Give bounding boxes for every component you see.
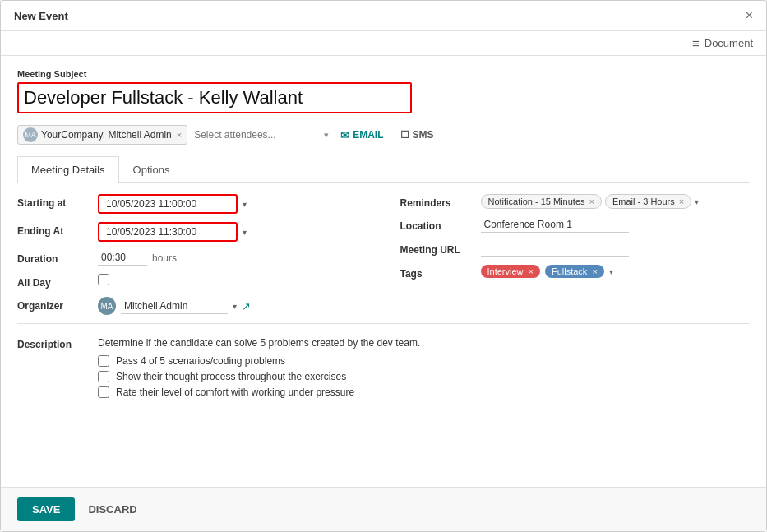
document-label: Document xyxy=(705,37,753,49)
sms-icon: ☐ xyxy=(400,129,409,141)
starting-at-dropdown[interactable]: ▾ xyxy=(243,200,247,209)
duration-input[interactable] xyxy=(98,250,147,266)
attendee-name: YourCompany, Mitchell Admin xyxy=(41,129,172,141)
ending-at-input[interactable] xyxy=(98,222,238,242)
all-day-row: All Day xyxy=(17,274,367,289)
checklist-item-3: Rate their level of comfort with working… xyxy=(98,386,750,398)
left-section: Starting at ▾ Ending At ▾ Dura xyxy=(17,194,367,315)
sms-button[interactable]: ☐ SMS xyxy=(395,127,439,142)
all-day-value xyxy=(98,274,367,285)
tag-fullstack: Fullstack × xyxy=(545,265,604,278)
new-event-modal: New Event × ≡ Document Meeting Subject M… xyxy=(0,0,767,532)
organizer-external-link[interactable]: ↗ xyxy=(242,300,251,312)
checklist-checkbox-2[interactable] xyxy=(98,371,109,382)
tag-interview-text: Interview xyxy=(487,266,524,276)
checklist-checkbox-3[interactable] xyxy=(98,386,109,398)
right-section: Reminders Notification - 15 Minutes × Em… xyxy=(400,194,751,315)
checklist-checkbox-1[interactable] xyxy=(98,355,109,367)
duration-label: Duration xyxy=(17,250,91,265)
save-button[interactable]: SAVE xyxy=(17,497,75,521)
location-value xyxy=(481,217,751,233)
organizer-row: Organizer MA Mitchell Admin ▾ ↗ xyxy=(17,297,367,315)
discard-button[interactable]: DISCARD xyxy=(83,497,141,521)
tags-dropdown[interactable]: ▾ xyxy=(609,267,613,276)
tags-value: Interview × Fullstack × ▾ xyxy=(481,265,751,278)
meeting-url-value xyxy=(481,241,751,257)
reminders-value: Notification - 15 Minutes × Email - 3 Ho… xyxy=(481,194,751,209)
organizer-value: MA Mitchell Admin ▾ ↗ xyxy=(98,297,367,315)
organizer-label: Organizer xyxy=(17,297,91,312)
tab-options[interactable]: Options xyxy=(119,156,184,183)
attendees-input[interactable] xyxy=(194,129,317,141)
email-icon: ✉ xyxy=(340,129,349,141)
description-section: Description Determine if the candidate c… xyxy=(17,337,750,402)
attendee-tag: MA YourCompany, Mitchell Admin × xyxy=(17,125,187,145)
tabs-row: Meeting Details Options xyxy=(17,156,750,183)
tags-row: Tags Interview × Fullstack × ▾ xyxy=(400,265,751,280)
starting-at-input[interactable] xyxy=(98,194,238,214)
checklist-item-2: Show their thought process throughout th… xyxy=(98,371,750,382)
modal-toolbar: ≡ Document xyxy=(1,31,766,56)
tab-meeting-details[interactable]: Meeting Details xyxy=(17,156,119,183)
organizer-avatar: MA xyxy=(98,297,116,315)
tags-label: Tags xyxy=(400,265,474,280)
starting-at-row: Starting at ▾ xyxy=(17,194,367,214)
all-day-checkbox[interactable] xyxy=(98,274,109,285)
modal-header: New Event × xyxy=(1,1,766,31)
checklist-item-1: Pass 4 of 5 scenarios/coding problems xyxy=(98,355,750,367)
checklist-text-1: Pass 4 of 5 scenarios/coding problems xyxy=(116,355,285,367)
meeting-subject-label: Meeting Subject xyxy=(17,69,750,79)
ending-at-label: Ending At xyxy=(17,222,91,237)
sms-label: SMS xyxy=(413,129,434,141)
tag-interview-remove[interactable]: × xyxy=(529,266,534,276)
reminder-tag-notification: Notification - 15 Minutes × xyxy=(481,194,602,209)
modal-body: Meeting Subject MA YourCompany, Mitchell… xyxy=(1,56,766,487)
email-button[interactable]: ✉ EMAIL xyxy=(335,127,388,143)
location-input[interactable] xyxy=(481,217,629,233)
organizer-select[interactable]: Mitchell Admin xyxy=(121,298,228,314)
meeting-url-row: Meeting URL xyxy=(400,241,751,257)
meeting-url-input[interactable] xyxy=(481,241,629,257)
description-label: Description xyxy=(17,337,91,402)
document-button[interactable]: ≡ Document xyxy=(692,36,753,50)
email-label: EMAIL xyxy=(353,129,383,141)
all-day-label: All Day xyxy=(17,274,91,289)
checklist-text-2: Show their thought process throughout th… xyxy=(116,371,346,382)
form-grid: Starting at ▾ Ending At ▾ Dura xyxy=(17,194,750,315)
tag-fullstack-remove[interactable]: × xyxy=(592,266,597,276)
attendees-dropdown-arrow[interactable]: ▾ xyxy=(324,130,329,141)
duration-unit: hours xyxy=(152,252,177,264)
location-label: Location xyxy=(400,217,474,232)
ending-at-dropdown[interactable]: ▾ xyxy=(243,228,247,237)
close-button[interactable]: × xyxy=(746,9,753,22)
reminder-notification-text: Notification - 15 Minutes xyxy=(488,197,585,206)
duration-row: Duration hours xyxy=(17,250,367,266)
checklist-text-3: Rate their level of comfort with working… xyxy=(116,386,354,398)
duration-value: hours xyxy=(98,250,367,266)
reminder-tag-email: Email - 3 Hours × xyxy=(605,194,691,209)
reminder-email-text: Email - 3 Hours xyxy=(612,197,675,206)
organizer-dropdown[interactable]: ▾ xyxy=(233,302,237,311)
reminder-email-remove[interactable]: × xyxy=(679,197,684,206)
modal-title: New Event xyxy=(14,10,68,22)
reminders-dropdown[interactable]: ▾ xyxy=(695,197,699,206)
attendee-avatar: MA xyxy=(23,127,38,142)
meeting-url-label: Meeting URL xyxy=(400,241,474,256)
attendee-remove[interactable]: × xyxy=(177,130,182,140)
reminders-label: Reminders xyxy=(400,194,474,209)
description-text: Determine if the candidate can solve 5 p… xyxy=(98,337,750,349)
tag-fullstack-text: Fullstack xyxy=(552,266,587,276)
location-row: Location xyxy=(400,217,751,233)
reminders-row: Reminders Notification - 15 Minutes × Em… xyxy=(400,194,751,209)
ending-at-row: Ending At ▾ xyxy=(17,222,367,242)
document-icon: ≡ xyxy=(692,36,700,50)
attendees-row: MA YourCompany, Mitchell Admin × ▾ ✉ EMA… xyxy=(17,125,750,145)
starting-at-value: ▾ xyxy=(98,194,367,214)
description-content: Determine if the candidate can solve 5 p… xyxy=(98,337,750,402)
tag-interview: Interview × xyxy=(481,265,540,278)
meeting-subject-input[interactable] xyxy=(17,82,412,113)
ending-at-value: ▾ xyxy=(98,222,367,242)
description-divider xyxy=(17,323,750,324)
reminder-notification-remove[interactable]: × xyxy=(589,197,594,206)
starting-at-label: Starting at xyxy=(17,194,91,209)
